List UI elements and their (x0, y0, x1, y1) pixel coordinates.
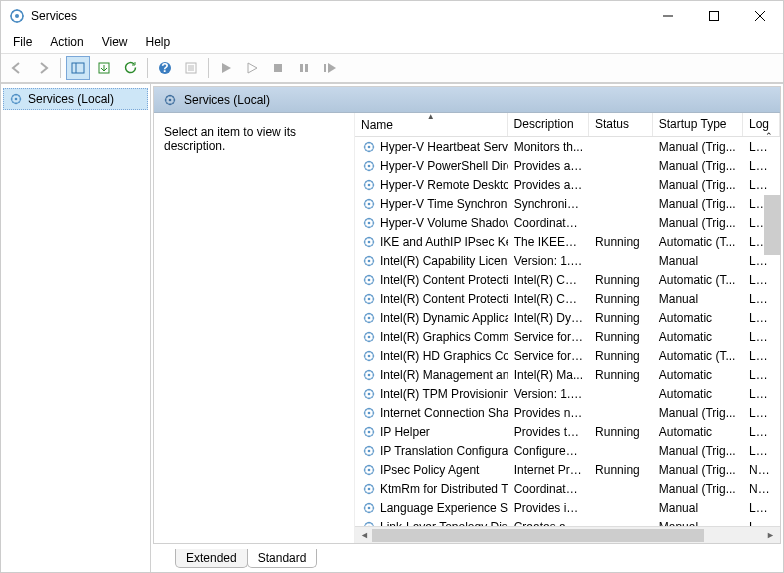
pane-header-title: Services (Local) (184, 93, 270, 107)
service-row[interactable]: Intel(R) Graphics Command...Service for … (355, 327, 780, 346)
service-row[interactable]: Hyper-V Remote Desktop Vi...Provides a p… (355, 175, 780, 194)
service-status: Running (589, 235, 653, 249)
scroll-thumb[interactable] (372, 529, 704, 542)
service-row[interactable]: Intel(R) Content Protection ...Intel(R) … (355, 270, 780, 289)
gear-icon (361, 348, 377, 364)
close-button[interactable] (737, 1, 783, 31)
svg-text:?: ? (161, 61, 168, 75)
tab-extended[interactable]: Extended (175, 549, 248, 568)
service-name: KtmRm for Distributed Tran... (380, 482, 508, 496)
service-rows[interactable]: Hyper-V Heartbeat ServiceMonitors th...M… (355, 137, 780, 526)
toolbar: ? (1, 53, 783, 83)
svg-point-38 (368, 278, 371, 281)
gear-icon (361, 329, 377, 345)
show-hide-tree-button[interactable] (66, 56, 90, 80)
svg-rect-3 (710, 12, 719, 21)
service-row[interactable]: Intel(R) Content Protection ...Intel(R) … (355, 289, 780, 308)
service-name: Intel(R) Content Protection ... (380, 273, 508, 287)
service-row[interactable]: Intel(R) TPM Provisioning S...Version: 1… (355, 384, 780, 403)
service-startup: Automatic (653, 368, 743, 382)
gear-icon (361, 462, 377, 478)
service-logon: Loca (743, 159, 780, 173)
col-startup-type[interactable]: Startup Type (653, 113, 743, 136)
service-row[interactable]: Language Experience ServiceProvides inf.… (355, 498, 780, 517)
service-row[interactable]: IP HelperProvides tu...RunningAutomaticL… (355, 422, 780, 441)
service-name: Hyper-V Time Synchronizati... (380, 197, 508, 211)
horizontal-scrollbar[interactable]: ◄ ► (355, 526, 780, 543)
service-row[interactable]: Intel(R) Capability Licensing...Version:… (355, 251, 780, 270)
pause-service-button[interactable] (292, 56, 316, 80)
menu-help[interactable]: Help (138, 33, 179, 51)
start-service-alt-button[interactable] (240, 56, 264, 80)
service-row[interactable]: Hyper-V Heartbeat ServiceMonitors th...M… (355, 137, 780, 156)
service-row[interactable]: Hyper-V PowerShell Direct ...Provides a … (355, 156, 780, 175)
service-status: Running (589, 330, 653, 344)
service-row[interactable]: Hyper-V Time Synchronizati...Synchronize… (355, 194, 780, 213)
refresh-button[interactable] (118, 56, 142, 80)
service-row[interactable]: IPsec Policy AgentInternet Pro...Running… (355, 460, 780, 479)
minimize-button[interactable] (645, 1, 691, 31)
svg-point-1 (15, 14, 19, 18)
col-status[interactable]: Status (589, 113, 653, 136)
gear-icon (162, 92, 178, 108)
service-description: Service for I... (508, 330, 589, 344)
menu-file[interactable]: File (5, 33, 40, 51)
service-row[interactable]: Link-Layer Topology Discov...Creates a N… (355, 517, 780, 526)
col-description[interactable]: Description (508, 113, 589, 136)
service-row[interactable]: Internet Connection Sharin...Provides ne… (355, 403, 780, 422)
vertical-scrollbar[interactable] (764, 195, 781, 543)
tree-root-services-local[interactable]: Services (Local) (3, 88, 148, 110)
properties-button[interactable] (179, 56, 203, 80)
service-row[interactable]: IKE and AuthIP IPsec Keying...The IKEEXT… (355, 232, 780, 251)
scroll-left-icon[interactable]: ◄ (357, 528, 372, 543)
service-name: Language Experience Service (380, 501, 508, 515)
service-name: Intel(R) Content Protection ... (380, 292, 508, 306)
svg-point-60 (368, 487, 371, 490)
gear-icon (361, 443, 377, 459)
service-name: Hyper-V PowerShell Direct ... (380, 159, 508, 173)
service-row[interactable]: Intel(R) Management and S...Intel(R) Ma.… (355, 365, 780, 384)
svg-rect-15 (274, 64, 282, 72)
service-row[interactable]: Hyper-V Volume Shadow C...Coordinates...… (355, 213, 780, 232)
gear-icon (361, 291, 377, 307)
sort-asc-icon: ▲ (427, 113, 435, 121)
maximize-button[interactable] (691, 1, 737, 31)
service-name: Intel(R) Graphics Command... (380, 330, 508, 344)
service-description: Intel(R) Ma... (508, 368, 589, 382)
service-row[interactable]: Intel(R) Dynamic Applicatio...Intel(R) D… (355, 308, 780, 327)
export-list-button[interactable] (92, 56, 116, 80)
gear-icon (361, 500, 377, 516)
start-service-button[interactable] (214, 56, 238, 80)
service-description: Configures ... (508, 444, 589, 458)
service-startup: Manual (653, 292, 743, 306)
service-name: IKE and AuthIP IPsec Keying... (380, 235, 508, 249)
overflow-arrow-icon: ⌃ (765, 131, 773, 136)
gear-icon (361, 215, 377, 231)
service-description: Intel(R) Con... (508, 273, 589, 287)
column-headers: ▲Name Description Status Startup Type Lo… (355, 113, 780, 137)
service-name: Hyper-V Remote Desktop Vi... (380, 178, 508, 192)
service-row[interactable]: IP Translation Configuration...Configure… (355, 441, 780, 460)
toolbar-separator (60, 58, 61, 78)
svg-point-26 (368, 164, 371, 167)
col-logon-as[interactable]: Log⌃ (743, 113, 780, 136)
service-description: Monitors th... (508, 140, 589, 154)
svg-rect-16 (300, 64, 303, 72)
service-startup: Manual (Trig... (653, 482, 743, 496)
service-description: Provides a p... (508, 178, 589, 192)
menu-view[interactable]: View (94, 33, 136, 51)
stop-service-button[interactable] (266, 56, 290, 80)
vscroll-thumb[interactable] (764, 195, 781, 255)
service-row[interactable]: Intel(R) HD Graphics Contro...Service fo… (355, 346, 780, 365)
menu-action[interactable]: Action (42, 33, 91, 51)
forward-button[interactable] (31, 56, 55, 80)
service-row[interactable]: KtmRm for Distributed Tran...Coordinates… (355, 479, 780, 498)
tab-standard[interactable]: Standard (247, 549, 318, 568)
gear-icon (361, 367, 377, 383)
back-button[interactable] (5, 56, 29, 80)
svg-point-36 (368, 259, 371, 262)
help-button[interactable]: ? (153, 56, 177, 80)
col-name[interactable]: ▲Name (355, 113, 508, 136)
service-startup: Manual (653, 501, 743, 515)
restart-service-button[interactable] (318, 56, 342, 80)
